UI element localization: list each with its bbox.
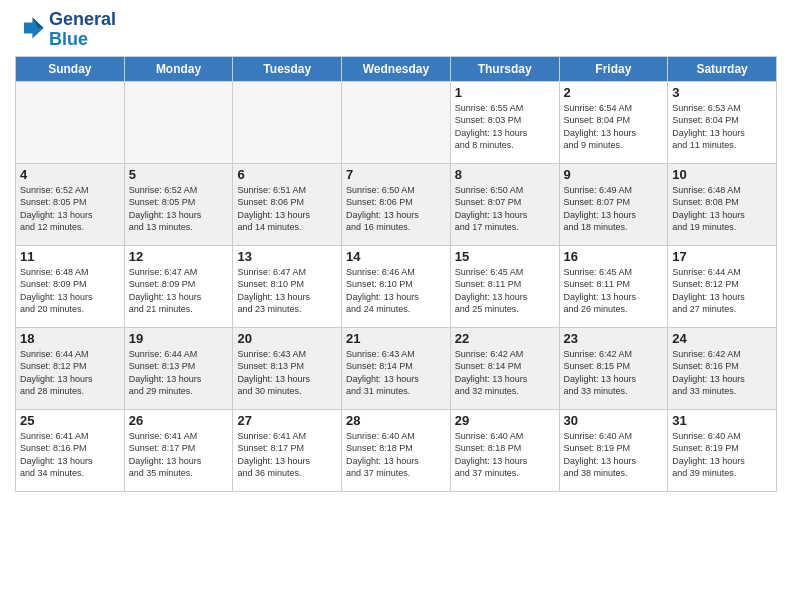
calendar-cell: 14Sunrise: 6:46 AM Sunset: 8:10 PM Dayli… (342, 245, 451, 327)
day-info: Sunrise: 6:42 AM Sunset: 8:15 PM Dayligh… (564, 348, 664, 398)
calendar-cell: 26Sunrise: 6:41 AM Sunset: 8:17 PM Dayli… (124, 409, 233, 491)
calendar-cell: 15Sunrise: 6:45 AM Sunset: 8:11 PM Dayli… (450, 245, 559, 327)
calendar-cell: 11Sunrise: 6:48 AM Sunset: 8:09 PM Dayli… (16, 245, 125, 327)
day-info: Sunrise: 6:40 AM Sunset: 8:19 PM Dayligh… (672, 430, 772, 480)
day-number: 31 (672, 413, 772, 428)
day-number: 24 (672, 331, 772, 346)
calendar-cell (342, 81, 451, 163)
day-info: Sunrise: 6:46 AM Sunset: 8:10 PM Dayligh… (346, 266, 446, 316)
day-info: Sunrise: 6:40 AM Sunset: 8:18 PM Dayligh… (455, 430, 555, 480)
day-number: 11 (20, 249, 120, 264)
calendar-cell: 10Sunrise: 6:48 AM Sunset: 8:08 PM Dayli… (668, 163, 777, 245)
calendar-cell: 3Sunrise: 6:53 AM Sunset: 8:04 PM Daylig… (668, 81, 777, 163)
calendar-table: Sunday Monday Tuesday Wednesday Thursday… (15, 56, 777, 492)
col-monday: Monday (124, 56, 233, 81)
calendar-cell: 21Sunrise: 6:43 AM Sunset: 8:14 PM Dayli… (342, 327, 451, 409)
day-number: 12 (129, 249, 229, 264)
day-number: 20 (237, 331, 337, 346)
day-info: Sunrise: 6:40 AM Sunset: 8:19 PM Dayligh… (564, 430, 664, 480)
day-info: Sunrise: 6:44 AM Sunset: 8:12 PM Dayligh… (672, 266, 772, 316)
page: General Blue Sunday Monday Tuesday Wedne… (0, 0, 792, 612)
day-number: 5 (129, 167, 229, 182)
day-info: Sunrise: 6:42 AM Sunset: 8:16 PM Dayligh… (672, 348, 772, 398)
day-info: Sunrise: 6:43 AM Sunset: 8:14 PM Dayligh… (346, 348, 446, 398)
logo-blue: Blue (49, 30, 116, 50)
day-number: 14 (346, 249, 446, 264)
day-number: 23 (564, 331, 664, 346)
day-number: 13 (237, 249, 337, 264)
day-number: 21 (346, 331, 446, 346)
calendar-cell: 6Sunrise: 6:51 AM Sunset: 8:06 PM Daylig… (233, 163, 342, 245)
day-info: Sunrise: 6:50 AM Sunset: 8:06 PM Dayligh… (346, 184, 446, 234)
calendar-cell: 31Sunrise: 6:40 AM Sunset: 8:19 PM Dayli… (668, 409, 777, 491)
day-number: 26 (129, 413, 229, 428)
col-wednesday: Wednesday (342, 56, 451, 81)
day-info: Sunrise: 6:52 AM Sunset: 8:05 PM Dayligh… (129, 184, 229, 234)
day-number: 6 (237, 167, 337, 182)
day-info: Sunrise: 6:43 AM Sunset: 8:13 PM Dayligh… (237, 348, 337, 398)
day-number: 4 (20, 167, 120, 182)
calendar-cell: 28Sunrise: 6:40 AM Sunset: 8:18 PM Dayli… (342, 409, 451, 491)
calendar-cell: 27Sunrise: 6:41 AM Sunset: 8:17 PM Dayli… (233, 409, 342, 491)
day-info: Sunrise: 6:45 AM Sunset: 8:11 PM Dayligh… (564, 266, 664, 316)
day-info: Sunrise: 6:55 AM Sunset: 8:03 PM Dayligh… (455, 102, 555, 152)
day-number: 29 (455, 413, 555, 428)
calendar-cell: 8Sunrise: 6:50 AM Sunset: 8:07 PM Daylig… (450, 163, 559, 245)
calendar-cell: 9Sunrise: 6:49 AM Sunset: 8:07 PM Daylig… (559, 163, 668, 245)
logo: General Blue (15, 10, 116, 50)
calendar-cell (124, 81, 233, 163)
day-info: Sunrise: 6:44 AM Sunset: 8:13 PM Dayligh… (129, 348, 229, 398)
calendar-cell: 25Sunrise: 6:41 AM Sunset: 8:16 PM Dayli… (16, 409, 125, 491)
calendar-cell: 7Sunrise: 6:50 AM Sunset: 8:06 PM Daylig… (342, 163, 451, 245)
day-info: Sunrise: 6:48 AM Sunset: 8:09 PM Dayligh… (20, 266, 120, 316)
day-info: Sunrise: 6:47 AM Sunset: 8:09 PM Dayligh… (129, 266, 229, 316)
day-number: 16 (564, 249, 664, 264)
day-number: 8 (455, 167, 555, 182)
day-info: Sunrise: 6:47 AM Sunset: 8:10 PM Dayligh… (237, 266, 337, 316)
calendar-cell (233, 81, 342, 163)
day-info: Sunrise: 6:44 AM Sunset: 8:12 PM Dayligh… (20, 348, 120, 398)
calendar-cell: 12Sunrise: 6:47 AM Sunset: 8:09 PM Dayli… (124, 245, 233, 327)
day-number: 17 (672, 249, 772, 264)
day-number: 1 (455, 85, 555, 100)
calendar-cell: 23Sunrise: 6:42 AM Sunset: 8:15 PM Dayli… (559, 327, 668, 409)
day-number: 10 (672, 167, 772, 182)
calendar-cell: 29Sunrise: 6:40 AM Sunset: 8:18 PM Dayli… (450, 409, 559, 491)
day-number: 18 (20, 331, 120, 346)
calendar-cell: 13Sunrise: 6:47 AM Sunset: 8:10 PM Dayli… (233, 245, 342, 327)
day-info: Sunrise: 6:41 AM Sunset: 8:16 PM Dayligh… (20, 430, 120, 480)
calendar-cell: 22Sunrise: 6:42 AM Sunset: 8:14 PM Dayli… (450, 327, 559, 409)
calendar-cell: 20Sunrise: 6:43 AM Sunset: 8:13 PM Dayli… (233, 327, 342, 409)
day-number: 30 (564, 413, 664, 428)
header: General Blue (15, 10, 777, 50)
day-number: 28 (346, 413, 446, 428)
logo-general: General (49, 10, 116, 30)
calendar-cell: 2Sunrise: 6:54 AM Sunset: 8:04 PM Daylig… (559, 81, 668, 163)
day-info: Sunrise: 6:41 AM Sunset: 8:17 PM Dayligh… (129, 430, 229, 480)
col-thursday: Thursday (450, 56, 559, 81)
day-info: Sunrise: 6:45 AM Sunset: 8:11 PM Dayligh… (455, 266, 555, 316)
day-info: Sunrise: 6:53 AM Sunset: 8:04 PM Dayligh… (672, 102, 772, 152)
calendar-cell: 24Sunrise: 6:42 AM Sunset: 8:16 PM Dayli… (668, 327, 777, 409)
day-number: 19 (129, 331, 229, 346)
calendar-cell: 1Sunrise: 6:55 AM Sunset: 8:03 PM Daylig… (450, 81, 559, 163)
calendar-cell: 16Sunrise: 6:45 AM Sunset: 8:11 PM Dayli… (559, 245, 668, 327)
day-info: Sunrise: 6:42 AM Sunset: 8:14 PM Dayligh… (455, 348, 555, 398)
day-info: Sunrise: 6:41 AM Sunset: 8:17 PM Dayligh… (237, 430, 337, 480)
col-tuesday: Tuesday (233, 56, 342, 81)
calendar-header-row: Sunday Monday Tuesday Wednesday Thursday… (16, 56, 777, 81)
col-sunday: Sunday (16, 56, 125, 81)
day-info: Sunrise: 6:50 AM Sunset: 8:07 PM Dayligh… (455, 184, 555, 234)
day-number: 2 (564, 85, 664, 100)
calendar-cell: 5Sunrise: 6:52 AM Sunset: 8:05 PM Daylig… (124, 163, 233, 245)
day-number: 15 (455, 249, 555, 264)
calendar-cell (16, 81, 125, 163)
day-info: Sunrise: 6:52 AM Sunset: 8:05 PM Dayligh… (20, 184, 120, 234)
calendar-cell: 19Sunrise: 6:44 AM Sunset: 8:13 PM Dayli… (124, 327, 233, 409)
col-saturday: Saturday (668, 56, 777, 81)
calendar-cell: 18Sunrise: 6:44 AM Sunset: 8:12 PM Dayli… (16, 327, 125, 409)
col-friday: Friday (559, 56, 668, 81)
day-number: 22 (455, 331, 555, 346)
day-info: Sunrise: 6:54 AM Sunset: 8:04 PM Dayligh… (564, 102, 664, 152)
day-number: 9 (564, 167, 664, 182)
